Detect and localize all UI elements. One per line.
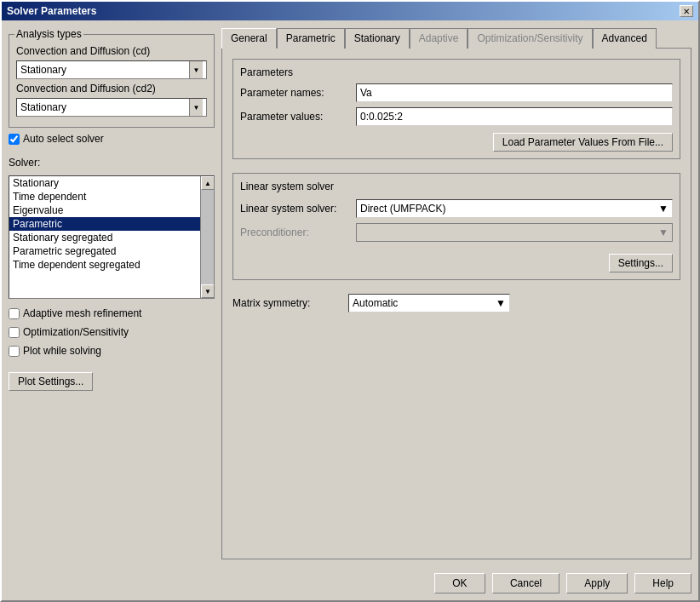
param-values-input[interactable] — [356, 107, 673, 126]
tab-optimization-label: Optimization/Sensitivity — [477, 32, 582, 44]
adaptive-label: Adaptive mesh refinement — [23, 307, 141, 319]
auto-select-label: Auto select solver — [23, 133, 104, 145]
list-item[interactable]: Stationary segregated — [9, 231, 200, 244]
equation1-dropdown-arrow: ▼ — [189, 61, 203, 78]
list-item[interactable]: Parametric segregated — [9, 244, 200, 258]
close-button[interactable]: ✕ — [680, 5, 693, 17]
tab-advanced[interactable]: Advanced — [593, 28, 657, 49]
solver-scrollbar[interactable]: ▲ ▼ — [200, 176, 214, 298]
scrollbar-track — [201, 190, 214, 284]
equation1-dropdown-value: Stationary — [20, 64, 66, 76]
linear-solver-arrow: ▼ — [658, 203, 668, 215]
tab-adaptive[interactable]: Adaptive — [410, 28, 468, 49]
list-item[interactable]: Stationary — [9, 176, 200, 190]
left-panel: Analysis types Convection and Diffusion … — [9, 27, 215, 559]
plot-checkbox[interactable] — [9, 346, 20, 357]
scrollbar-up[interactable]: ▲ — [201, 176, 215, 190]
matrix-symmetry-dropdown[interactable]: Automatic ▼ — [348, 294, 510, 312]
equation1-label: Convection and Diffusion (cd) — [16, 45, 207, 57]
optimization-label: Optimization/Sensitivity — [23, 326, 129, 338]
tab-content-general: Parameters Parameter names: Parameter va… — [221, 48, 691, 559]
bottom-checkboxes: Adaptive mesh refinement Optimization/Se… — [9, 307, 215, 360]
matrix-symmetry-value: Automatic — [353, 297, 398, 309]
settings-button[interactable]: Settings... — [609, 254, 673, 272]
list-item[interactable]: Eigenvalue — [9, 204, 200, 217]
close-icon: ✕ — [683, 7, 690, 16]
right-panel: General Parametric Stationary Adaptive O… — [221, 27, 691, 559]
linear-system-title: Linear system solver — [240, 181, 673, 192]
analysis-types-label: Analysis types — [14, 28, 83, 40]
window-title: Solver Parameters — [7, 5, 96, 17]
tabs-bar: General Parametric Stationary Adaptive O… — [221, 27, 691, 48]
equation2-label: Convection and Diffusion (cd2) — [16, 83, 207, 95]
linear-solver-dropdown[interactable]: Direct (UMFPACK) ▼ — [356, 199, 673, 218]
cancel-button[interactable]: Cancel — [492, 573, 559, 593]
tab-stationary-label: Stationary — [354, 32, 400, 44]
tab-parametric[interactable]: Parametric — [277, 28, 345, 49]
auto-select-checkbox[interactable] — [9, 134, 20, 145]
param-names-row: Parameter names: — [240, 83, 673, 102]
matrix-symmetry-label: Matrix symmetry: — [232, 297, 343, 309]
solver-section-label: Solver: — [9, 157, 215, 169]
equation2-dropdown-value: Stationary — [20, 101, 66, 113]
matrix-row: Matrix symmetry: Automatic ▼ — [232, 294, 680, 312]
tab-general-label: General — [231, 32, 267, 44]
linear-solver-value: Direct (UMFPACK) — [360, 203, 445, 215]
tab-advanced-label: Advanced — [602, 32, 647, 44]
content-area: Analysis types Convection and Diffusion … — [2, 20, 698, 566]
matrix-symmetry-arrow: ▼ — [496, 297, 506, 309]
tab-optimization[interactable]: Optimization/Sensitivity — [468, 28, 592, 49]
solver-list-inner: Stationary Time dependent Eigenvalue Par… — [9, 176, 200, 298]
plot-label: Plot while solving — [23, 345, 101, 357]
apply-button[interactable]: Apply — [566, 573, 628, 593]
scrollbar-down[interactable]: ▼ — [201, 284, 215, 298]
analysis-types-group: Analysis types Convection and Diffusion … — [9, 34, 215, 128]
optimization-row: Optimization/Sensitivity — [9, 326, 215, 338]
adaptive-row: Adaptive mesh refinement — [9, 307, 215, 319]
load-params-button[interactable]: Load Parameter Values From File... — [493, 133, 673, 152]
tab-stationary[interactable]: Stationary — [345, 28, 410, 49]
solver-list[interactable]: Stationary Time dependent Eigenvalue Par… — [9, 175, 215, 299]
tab-parametric-label: Parametric — [286, 32, 336, 44]
linear-system-section: Linear system solver Linear system solve… — [232, 173, 680, 280]
param-names-label: Parameter names: — [240, 87, 351, 99]
adaptive-checkbox[interactable] — [9, 308, 20, 319]
tab-general[interactable]: General — [221, 28, 277, 49]
preconditioner-dropdown[interactable]: ▼ — [356, 223, 673, 242]
parameters-title: Parameters — [240, 66, 673, 78]
auto-select-row: Auto select solver — [9, 133, 215, 145]
title-bar: Solver Parameters ✕ — [2, 2, 698, 20]
preconditioner-row: Preconditioner: ▼ — [240, 223, 673, 242]
plot-row: Plot while solving — [9, 345, 215, 357]
ok-button[interactable]: OK — [434, 573, 485, 593]
equation1-dropdown[interactable]: Stationary ▼ — [16, 60, 207, 79]
list-item-selected[interactable]: Parametric — [9, 217, 200, 231]
list-item[interactable]: Time dependent segregated — [9, 258, 200, 272]
help-button[interactable]: Help — [634, 573, 691, 593]
bottom-bar: OK Cancel Apply Help — [2, 566, 698, 600]
parameters-section: Parameters Parameter names: Parameter va… — [232, 59, 680, 159]
linear-solver-label: Linear system solver: — [240, 203, 351, 215]
optimization-checkbox[interactable] — [9, 327, 20, 338]
list-item[interactable]: Time dependent — [9, 190, 200, 204]
param-values-label: Parameter values: — [240, 111, 351, 123]
equation2-dropdown-arrow: ▼ — [189, 99, 203, 116]
plot-settings-button[interactable]: Plot Settings... — [9, 372, 93, 391]
solver-parameters-window: Solver Parameters ✕ Analysis types Conve… — [0, 0, 700, 602]
preconditioner-arrow: ▼ — [658, 226, 668, 238]
preconditioner-label: Preconditioner: — [240, 226, 351, 238]
equation2-dropdown[interactable]: Stationary ▼ — [16, 98, 207, 117]
param-values-row: Parameter values: — [240, 107, 673, 126]
linear-solver-row: Linear system solver: Direct (UMFPACK) ▼ — [240, 199, 673, 218]
param-names-input[interactable] — [356, 83, 673, 102]
tab-adaptive-label: Adaptive — [419, 32, 459, 44]
